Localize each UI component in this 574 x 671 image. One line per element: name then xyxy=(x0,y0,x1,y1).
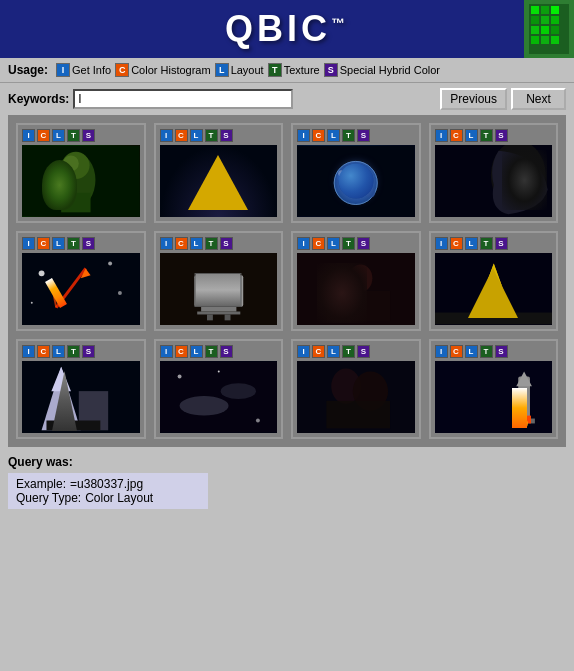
cell-icon-t-4[interactable]: T xyxy=(480,129,493,142)
cell-icon-c-12[interactable]: C xyxy=(450,345,463,358)
svg-point-64 xyxy=(255,419,259,423)
cell-icon-i-11[interactable]: I xyxy=(297,345,310,358)
cell-image-10 xyxy=(160,361,278,433)
cell-icon-t-6[interactable]: T xyxy=(205,237,218,250)
query-was-label: Query was: xyxy=(8,455,566,469)
usage-item-layout[interactable]: L Layout xyxy=(215,63,264,77)
usage-item-texture[interactable]: T Texture xyxy=(268,63,320,77)
cell-icon-s-2[interactable]: S xyxy=(220,129,233,142)
image-cell-2[interactable]: I C L T S xyxy=(154,123,284,223)
cell-icon-i-9[interactable]: I xyxy=(22,345,35,358)
usage-item-color-histogram[interactable]: C Color Histogram xyxy=(115,63,210,77)
cell-icon-c-2[interactable]: C xyxy=(175,129,188,142)
cell-icon-s-10[interactable]: S xyxy=(220,345,233,358)
cell-toolbar-4: I C L T S xyxy=(435,129,553,142)
cell-icon-l-5[interactable]: L xyxy=(52,237,65,250)
image-cell-10[interactable]: I C L T S xyxy=(154,339,284,439)
cell-icon-l-11[interactable]: L xyxy=(327,345,340,358)
cell-icon-i-5[interactable]: I xyxy=(22,237,35,250)
cell-icon-i-8[interactable]: I xyxy=(435,237,448,250)
image-cell-8[interactable]: I C L T S xyxy=(429,231,559,331)
svg-rect-44 xyxy=(197,312,240,315)
cell-icon-l-7[interactable]: L xyxy=(327,237,340,250)
image-cell-5[interactable]: I C L T S xyxy=(16,231,146,331)
cell-icon-i-1[interactable]: I xyxy=(22,129,35,142)
cell-icon-i-3[interactable]: I xyxy=(297,129,310,142)
cell-icon-c-9[interactable]: C xyxy=(37,345,50,358)
grid-area: I C L T S I C L T xyxy=(8,115,566,447)
layout-icon: L xyxy=(215,63,229,77)
usage-item-special-hybrid[interactable]: S Special Hybrid Color xyxy=(324,63,440,77)
query-type-label: Query Type: xyxy=(16,491,81,505)
image-cell-3[interactable]: I C L T S xyxy=(291,123,421,223)
cell-icon-l-2[interactable]: L xyxy=(190,129,203,142)
cell-icon-i-10[interactable]: I xyxy=(160,345,173,358)
cell-icon-i-2[interactable]: I xyxy=(160,129,173,142)
cell-toolbar-11: I C L T S xyxy=(297,345,415,358)
cell-icon-l-1[interactable]: L xyxy=(52,129,65,142)
cell-icon-l-4[interactable]: L xyxy=(465,129,478,142)
cell-icon-t-9[interactable]: T xyxy=(67,345,80,358)
svg-marker-20 xyxy=(208,154,228,176)
svg-rect-18 xyxy=(160,146,278,217)
cell-icon-s-7[interactable]: S xyxy=(357,237,370,250)
previous-button[interactable]: Previous xyxy=(440,88,507,110)
keywords-input[interactable] xyxy=(73,89,293,109)
cell-icon-t-7[interactable]: T xyxy=(342,237,355,250)
cell-icon-s-5[interactable]: S xyxy=(82,237,95,250)
svg-rect-69 xyxy=(326,401,390,428)
cell-icon-l-12[interactable]: L xyxy=(465,345,478,358)
image-cell-4[interactable]: I C L T S xyxy=(429,123,559,223)
cell-icon-s-12[interactable]: S xyxy=(495,345,508,358)
cell-icon-t-11[interactable]: T xyxy=(342,345,355,358)
cell-icon-c-8[interactable]: C xyxy=(450,237,463,250)
cell-icon-s-11[interactable]: S xyxy=(357,345,370,358)
cell-image-12 xyxy=(435,361,553,433)
cell-icon-i-12[interactable]: I xyxy=(435,345,448,358)
cell-icon-c-4[interactable]: C xyxy=(450,129,463,142)
cell-icon-c-3[interactable]: C xyxy=(312,129,325,142)
cell-icon-c-1[interactable]: C xyxy=(37,129,50,142)
cell-icon-t-5[interactable]: T xyxy=(67,237,80,250)
cell-icon-i-7[interactable]: I xyxy=(297,237,310,250)
cell-toolbar-1: I C L T S xyxy=(22,129,140,142)
cell-icon-s-1[interactable]: S xyxy=(82,129,95,142)
cell-icon-l-8[interactable]: L xyxy=(465,237,478,250)
title-text: QBIC xyxy=(225,8,331,49)
cell-icon-c-11[interactable]: C xyxy=(312,345,325,358)
image-cell-9[interactable]: I C L T S xyxy=(16,339,146,439)
cell-icon-s-9[interactable]: S xyxy=(82,345,95,358)
cell-icon-i-6[interactable]: I xyxy=(160,237,173,250)
cell-icon-s-4[interactable]: S xyxy=(495,129,508,142)
svg-marker-19 xyxy=(194,154,243,210)
cell-icon-t-10[interactable]: T xyxy=(205,345,218,358)
cell-icon-s-6[interactable]: S xyxy=(220,237,233,250)
cell-icon-c-7[interactable]: C xyxy=(312,237,325,250)
next-button[interactable]: Next xyxy=(511,88,566,110)
cell-icon-c-6[interactable]: C xyxy=(175,237,188,250)
search-buttons: Previous Next xyxy=(440,88,566,110)
image-cell-7[interactable]: I C L T S xyxy=(291,231,421,331)
cell-icon-c-5[interactable]: C xyxy=(37,237,50,250)
svg-point-38 xyxy=(118,291,122,295)
image-cell-1[interactable]: I C L T S xyxy=(16,123,146,223)
cell-icon-l-9[interactable]: L xyxy=(52,345,65,358)
cell-icon-i-4[interactable]: I xyxy=(435,129,448,142)
cell-icon-l-6[interactable]: L xyxy=(190,237,203,250)
cell-icon-t-8[interactable]: T xyxy=(480,237,493,250)
image-cell-6[interactable]: I C L T S xyxy=(154,231,284,331)
cell-icon-s-8[interactable]: S xyxy=(495,237,508,250)
image-grid: I C L T S I C L T xyxy=(16,123,558,439)
cell-icon-l-3[interactable]: L xyxy=(327,129,340,142)
info-label: Get Info xyxy=(72,64,111,76)
image-cell-12[interactable]: I C L T S xyxy=(429,339,559,439)
cell-icon-c-10[interactable]: C xyxy=(175,345,188,358)
cell-icon-s-3[interactable]: S xyxy=(357,129,370,142)
cell-icon-t-3[interactable]: T xyxy=(342,129,355,142)
cell-icon-t-1[interactable]: T xyxy=(67,129,80,142)
usage-item-info[interactable]: I Get Info xyxy=(56,63,111,77)
cell-icon-t-12[interactable]: T xyxy=(480,345,493,358)
cell-icon-t-2[interactable]: T xyxy=(205,129,218,142)
cell-icon-l-10[interactable]: L xyxy=(190,345,203,358)
image-cell-11[interactable]: I C L T S xyxy=(291,339,421,439)
